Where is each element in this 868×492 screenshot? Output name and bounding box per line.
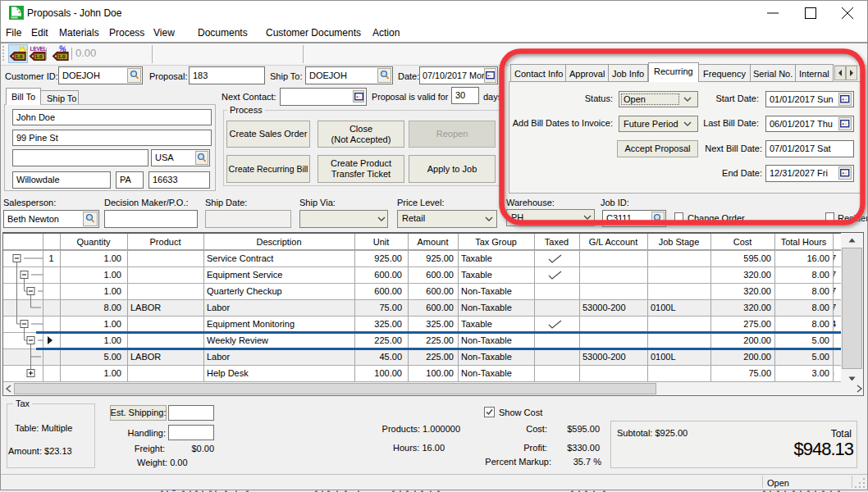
svg-text:1.0: 1.0 xyxy=(16,53,23,59)
svg-text:1.0: 1.0 xyxy=(35,53,43,59)
svg-text:1.0: 1.0 xyxy=(58,53,66,59)
svg-text:LEVEL: LEVEL xyxy=(30,46,47,52)
